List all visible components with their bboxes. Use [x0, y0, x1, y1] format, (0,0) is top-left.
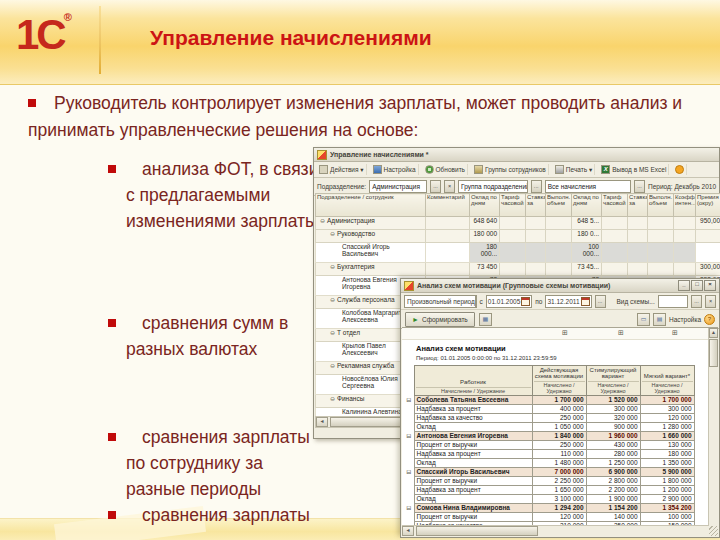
- value-cell[interactable]: 120 000: [640, 414, 694, 423]
- value-cell[interactable]: 280 000: [586, 450, 640, 459]
- employee-total-row[interactable]: ⊟Спасский Игорь Васильевич7 000 0006 900…: [404, 468, 694, 477]
- value-cell[interactable]: 1 480 000: [532, 459, 586, 468]
- row-name-cell[interactable]: Оклад: [414, 459, 532, 468]
- value-cell[interactable]: 1 800 000: [640, 477, 694, 486]
- value-cell[interactable]: [546, 230, 572, 243]
- expander-icon[interactable]: ⊖: [330, 363, 335, 369]
- value-cell[interactable]: [602, 243, 628, 263]
- value-cell[interactable]: 6 900 000: [586, 468, 640, 477]
- value-cell[interactable]: [426, 243, 470, 263]
- value-cell[interactable]: [500, 230, 526, 243]
- toolbar-button-groups[interactable]: Группы сотрудников: [472, 164, 549, 175]
- employee-total-row[interactable]: ⊟Антонова Евгения Игоревна1 840 0001 960…: [404, 432, 694, 441]
- value-cell[interactable]: [648, 217, 674, 230]
- toolbar-button-actions[interactable]: Действия ▾: [317, 164, 367, 175]
- value-cell[interactable]: 2 200 000: [586, 486, 640, 495]
- column-group-expander-icon[interactable]: ⊞: [618, 329, 624, 337]
- period-ellipsis-button[interactable]: ...: [595, 295, 606, 308]
- date-from-input[interactable]: 01.01.2005: [486, 295, 533, 308]
- scroll-left-icon[interactable]: ◄: [316, 417, 328, 427]
- value-cell[interactable]: [546, 217, 572, 230]
- highlighted-value-cell[interactable]: 1 960 000: [586, 432, 640, 441]
- column-header[interactable]: Действующая схема мотивацииНачислено / У…: [532, 366, 586, 396]
- column-header[interactable]: РаботникНачисление / Удержание: [414, 366, 532, 396]
- value-cell[interactable]: 180 000...: [470, 243, 500, 263]
- value-cell[interactable]: [648, 243, 674, 263]
- header-panel-icon[interactable]: ▭: [637, 313, 650, 326]
- win2-horizontal-scrollbar[interactable]: ◄: [402, 525, 709, 536]
- value-cell[interactable]: 1 294 200: [532, 504, 586, 513]
- value-cell[interactable]: [426, 230, 470, 243]
- value-cell[interactable]: [526, 243, 546, 263]
- accrual-row[interactable]: Оклад1 050 000900 0001 280 000: [404, 423, 694, 432]
- column-header[interactable]: Выполн. объем: [546, 194, 572, 217]
- value-cell[interactable]: 1 250 000: [586, 459, 640, 468]
- row-name-cell[interactable]: Оклад: [414, 423, 532, 432]
- value-cell[interactable]: 1 350 000: [640, 459, 694, 468]
- value-cell[interactable]: [500, 217, 526, 230]
- row-gutter[interactable]: ⊟: [404, 468, 414, 477]
- value-cell[interactable]: [628, 230, 648, 243]
- toolbar-button-refresh[interactable]: Обновить: [423, 164, 468, 175]
- value-cell[interactable]: 73 450: [470, 263, 500, 276]
- value-cell[interactable]: 3 100 000: [532, 495, 586, 504]
- toolbar-button-print[interactable]: Печать ▾: [553, 164, 595, 175]
- column-group-expander-icon[interactable]: ⊞: [562, 329, 568, 337]
- win2-vertical-scrollbar[interactable]: ▲: [708, 328, 718, 526]
- column-header[interactable]: Коэфф. интен...: [674, 194, 696, 217]
- value-cell[interactable]: 180 000: [640, 450, 694, 459]
- value-cell[interactable]: [602, 263, 628, 276]
- value-cell[interactable]: [674, 217, 696, 230]
- minimize-button[interactable]: _: [678, 280, 690, 291]
- expander-icon[interactable]: ⊖: [330, 231, 335, 237]
- value-cell[interactable]: 400 000: [532, 405, 586, 414]
- value-cell[interactable]: 130 000: [640, 441, 694, 450]
- maximize-button[interactable]: □: [691, 280, 703, 291]
- row-gutter[interactable]: ⊟: [404, 432, 414, 441]
- accruals-filter-input[interactable]: Все начисления: [545, 180, 631, 193]
- value-cell[interactable]: [674, 263, 696, 276]
- toolbar-button-excel[interactable]: X Вывод в MS Excel: [599, 164, 669, 175]
- value-cell[interactable]: [674, 230, 696, 243]
- employee-total-row[interactable]: ⊟Соболева Татьяна Евсеевна1 700 0001 520…: [404, 396, 694, 405]
- row-name-cell[interactable]: ⊖Бухгалтерия: [316, 263, 426, 276]
- highlighted-value-cell[interactable]: 1 700 000: [640, 396, 694, 405]
- window1-titlebar[interactable]: Управление начислениями *: [314, 148, 719, 162]
- close-button[interactable]: ×: [704, 280, 716, 291]
- toolbar-button-help[interactable]: [673, 164, 687, 175]
- value-cell[interactable]: [628, 243, 648, 263]
- table-settings-icon[interactable]: ▤: [653, 313, 666, 326]
- value-cell[interactable]: 300,00: [696, 263, 720, 276]
- row-name-cell[interactable]: Спасский Игорь Васильевич: [316, 243, 426, 263]
- value-cell[interactable]: 2 800 000: [586, 477, 640, 486]
- accrual-row[interactable]: Оклад1 480 0001 250 0001 350 000: [404, 459, 694, 468]
- value-cell[interactable]: 300 000: [586, 405, 640, 414]
- column-header[interactable]: Тариф часовой: [602, 194, 628, 217]
- department-row[interactable]: ⊖Руководство180 000180 0...: [316, 230, 720, 243]
- value-cell[interactable]: 1 200 000: [640, 486, 694, 495]
- date-to-input[interactable]: 31.12.2011: [545, 295, 591, 308]
- row-name-cell[interactable]: Процент от выручки: [414, 513, 532, 522]
- value-cell[interactable]: 140 000: [586, 513, 640, 522]
- value-cell[interactable]: [628, 217, 648, 230]
- row-name-cell[interactable]: ⊖Администрация: [316, 217, 426, 230]
- department-clear-button[interactable]: ×: [444, 180, 455, 193]
- value-cell[interactable]: 900 000: [586, 423, 640, 432]
- value-cell[interactable]: [546, 243, 572, 263]
- scheme-ellipsis-button[interactable]: ...: [691, 295, 702, 308]
- value-cell[interactable]: [602, 230, 628, 243]
- department-row[interactable]: ⊖Бухгалтерия73 45073 45...300,00: [316, 263, 720, 276]
- column-header[interactable]: Подразделение / сотрудник: [316, 194, 426, 217]
- value-cell[interactable]: [648, 263, 674, 276]
- scroll-thumb[interactable]: [709, 339, 718, 367]
- scheme-filter-input[interactable]: [658, 295, 688, 308]
- department-ellipsis-button[interactable]: ...: [430, 180, 441, 193]
- value-cell[interactable]: 648 5...: [572, 217, 602, 230]
- value-cell[interactable]: 1 650 000: [532, 486, 586, 495]
- value-cell[interactable]: [696, 230, 720, 243]
- period-preset-select[interactable]: Произвольный период▼: [404, 295, 477, 308]
- column-header[interactable]: Ставка за: [628, 194, 648, 217]
- value-cell[interactable]: [526, 230, 546, 243]
- settings-label[interactable]: Настройка: [669, 316, 701, 323]
- calendar-icon[interactable]: [581, 297, 590, 306]
